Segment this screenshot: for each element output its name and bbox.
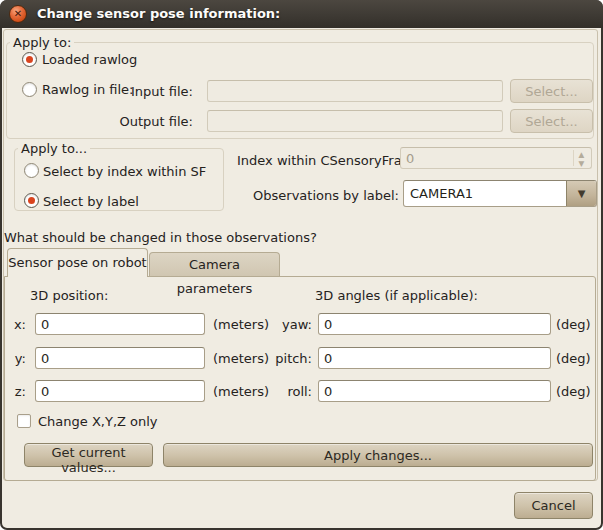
radio-loaded-rawlog[interactable] xyxy=(22,52,37,67)
chevron-down-icon: ▼ xyxy=(578,188,586,199)
radio-loaded-rawlog-label: Loaded rawlog xyxy=(42,53,137,67)
radio-select-by-label[interactable] xyxy=(24,193,39,208)
combobox-value: CAMERA1 xyxy=(410,181,473,206)
observations-combobox[interactable]: CAMERA1 ▼ xyxy=(403,180,597,207)
radio-select-by-index[interactable] xyxy=(24,163,39,178)
index-spinner: 0 ▲ ▼ xyxy=(400,147,592,169)
observations-by-label-label: Observations by label: xyxy=(237,189,399,203)
question-label: What should be changed in those observat… xyxy=(4,231,317,245)
dialog-window: ✕ Change sensor pose information: Apply … xyxy=(0,0,603,530)
output-file-field xyxy=(207,110,503,132)
input-file-label: Input file: xyxy=(102,85,193,99)
combobox-dropdown-button[interactable]: ▼ xyxy=(566,181,596,206)
spin-down-icon: ▼ xyxy=(574,159,589,168)
dialog-body: Apply to: Loaded rawlog Rawlog in file: … xyxy=(2,28,601,528)
radio-dot xyxy=(28,197,35,204)
radio-rawlog-in-file[interactable] xyxy=(22,82,37,97)
sensor-pose-tab-panel xyxy=(4,276,596,481)
radio-select-by-label-label: Select by label xyxy=(43,195,139,209)
select-input-file-button: Select... xyxy=(510,79,593,103)
index-spinner-value: 0 xyxy=(406,151,414,166)
selection-legend: Apply to... xyxy=(18,141,90,156)
apply-to-legend: Apply to: xyxy=(10,35,74,50)
close-button[interactable]: ✕ xyxy=(9,5,27,23)
close-icon: ✕ xyxy=(10,6,26,21)
radio-select-by-index-label: Select by index within SF xyxy=(43,165,206,179)
input-file-field xyxy=(207,80,503,102)
output-file-label: Output file: xyxy=(102,115,193,129)
titlebar[interactable]: ✕ Change sensor pose information: xyxy=(0,0,603,28)
spinner-arrows: ▲ ▼ xyxy=(573,150,589,166)
spin-up-icon: ▲ xyxy=(574,150,589,159)
tab-camera-parameters[interactable]: Camera parameters xyxy=(149,252,280,276)
select-output-file-button: Select... xyxy=(510,109,593,133)
tab-sensor-pose[interactable]: Sensor pose on robot xyxy=(7,248,148,277)
window-title: Change sensor pose information: xyxy=(37,0,280,28)
cancel-button[interactable]: Cancel xyxy=(514,492,593,519)
radio-dot xyxy=(26,56,33,63)
index-within-sf-label: Index within CSensoryFrame xyxy=(237,154,422,168)
